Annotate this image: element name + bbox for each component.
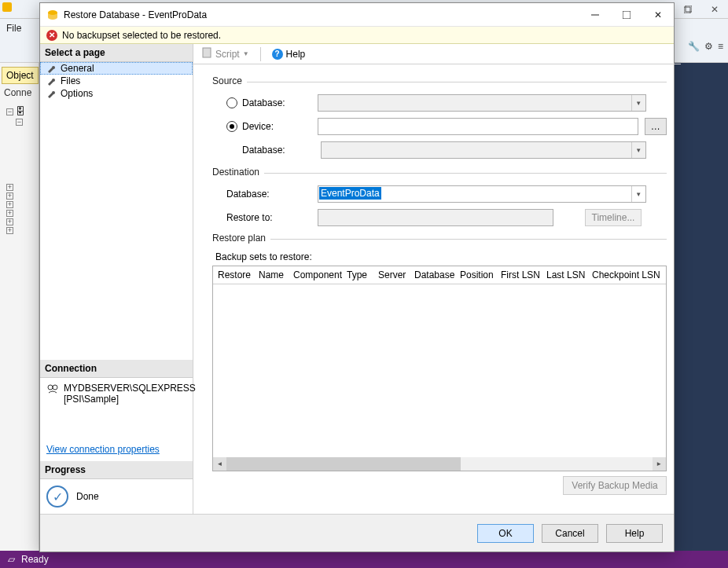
object-explorer-panel: Object Conne −🗄 − + + + + + + [0,63,39,554]
col-last-lsn[interactable]: Last LSN [542,266,587,284]
tree-expand-icon[interactable]: + [6,210,13,217]
source-database-radio[interactable] [226,97,237,108]
tree-expand-icon[interactable]: + [6,184,13,191]
warning-bar: ✕ No backupset selected to be restored. [40,27,674,44]
right-toolbar: Script ▼ ? Help [193,44,681,64]
restore-database-dialog: Restore Database - EventProData ✕ ✕ No b… [39,2,675,552]
chevron-down-icon: ▼ [631,186,645,202]
user-name: [PSI\Sample] [64,394,196,405]
page-files[interactable]: Files [40,75,193,87]
tree-expand-icon[interactable]: + [6,227,13,234]
grid-header-row: Restore Name Component Type Server Datab… [213,266,666,284]
toolbar-separator [260,47,261,61]
col-server[interactable]: Server [373,266,410,284]
destination-label: Destination [212,167,264,178]
browse-device-button[interactable]: … [645,118,667,135]
warning-text: No backupset selected to be restored. [62,30,221,41]
script-label: Script [215,49,240,60]
tree-expand-icon[interactable]: + [6,192,13,200]
tree-collapse-icon[interactable]: − [6,108,13,115]
scroll-right-icon[interactable]: ► [653,457,666,471]
connection-info: MYDBSERVER\SQLEXPRESS [PSI\Sample] [40,378,193,409]
connect-label[interactable]: Conne [0,84,39,101]
status-icon: ▱ [8,554,15,565]
svg-rect-0 [2,2,12,12]
svg-rect-5 [623,11,631,19]
source-device-input[interactable] [318,118,638,135]
page-options[interactable]: Options [40,87,193,100]
tree-expand-icon[interactable]: + [6,201,13,208]
svg-point-6 [48,385,53,390]
source-database-combo[interactable]: ▼ [318,94,646,112]
dialog-icon [46,9,59,21]
grid-horizontal-scrollbar[interactable]: ◄ ► [213,457,666,471]
chevron-down-icon: ▼ [631,142,645,158]
col-component[interactable]: Component [289,266,342,284]
verify-backup-button[interactable]: Verify Backup Media [563,476,666,495]
dest-database-combo[interactable]: EventProData ▼ [318,185,646,203]
bg-window-controls: ✕ [675,0,728,19]
source-device-radio[interactable] [226,121,237,132]
source-db-label: Database: [212,145,321,156]
restore-to-input[interactable] [318,209,553,226]
col-type[interactable]: Type [342,266,373,284]
progress-body: ✓ Done [40,479,193,514]
help-button[interactable]: Help [606,524,663,543]
svg-rect-2 [686,5,692,12]
dialog-titlebar: Restore Database - EventProData ✕ [40,3,674,27]
error-icon: ✕ [46,30,57,41]
scroll-thumb[interactable] [226,457,461,471]
col-position[interactable]: Position [455,266,496,284]
source-database-label: Database: [242,97,318,108]
page-label: Files [61,75,80,86]
backup-sets-grid[interactable]: Restore Name Component Type Server Datab… [212,266,667,471]
close-button[interactable]: ✕ [642,4,674,26]
col-restore[interactable]: Restore [213,266,254,284]
object-explorer-tab[interactable]: Object [2,67,39,84]
dialog-title: Restore Database - EventProData [64,9,579,20]
cancel-button[interactable]: Cancel [542,524,598,543]
col-name[interactable]: Name [254,266,289,284]
col-checkpoint-lsn[interactable]: Checkpoint LSN [587,266,666,284]
col-first-lsn[interactable]: First LSN [496,266,542,284]
backup-sets-label: Backup sets to restore: [215,251,667,262]
destination-group: Destination [212,167,667,178]
script-icon [201,47,212,60]
timeline-button[interactable]: Timeline... [585,209,642,226]
status-text: Ready [21,554,49,565]
bg-close-icon[interactable]: ✕ [701,0,728,19]
maximize-button[interactable] [611,4,642,26]
dest-database-value: EventProData [319,187,381,200]
svg-rect-8 [203,48,211,57]
col-database[interactable]: Database [410,266,455,284]
right-pane: Script ▼ ? Help Source Databas [193,44,681,514]
script-button[interactable]: Script ▼ [198,46,252,62]
menu-icon[interactable]: ≡ [718,41,723,52]
file-menu[interactable]: File [6,23,21,34]
source-device-label: Device: [242,121,318,132]
page-label: Options [61,88,93,99]
source-db-combo[interactable]: ▼ [321,141,646,159]
minimize-button[interactable] [579,4,611,26]
done-check-icon: ✓ [46,486,68,508]
help-button[interactable]: ? Help [269,47,309,61]
dialog-footer: OK Cancel Help [40,514,674,552]
connection-header: Connection [40,360,193,378]
form-area: Source Database: ▼ Device: [193,64,681,514]
source-group: Source [212,75,667,86]
chevron-down-icon: ▼ [631,95,645,111]
scroll-left-icon[interactable]: ◄ [213,457,226,471]
wrench-icon[interactable]: 🔧 [688,41,700,52]
ok-button[interactable]: OK [477,524,534,543]
svg-point-7 [53,385,57,390]
view-connection-properties-link[interactable]: View connection properties [40,441,193,461]
progress-status: Done [76,491,99,502]
tree-collapse-icon[interactable]: − [16,119,23,126]
database-icon: 🗄 [16,106,25,117]
page-general[interactable]: General [40,62,193,75]
settings-icon[interactable]: ⚙ [704,41,713,52]
left-pane: Select a page General Files Options Conn… [40,44,193,514]
tree-expand-icon[interactable]: + [6,218,13,225]
progress-header: Progress [40,461,193,479]
bg-restore-icon[interactable] [675,0,701,19]
